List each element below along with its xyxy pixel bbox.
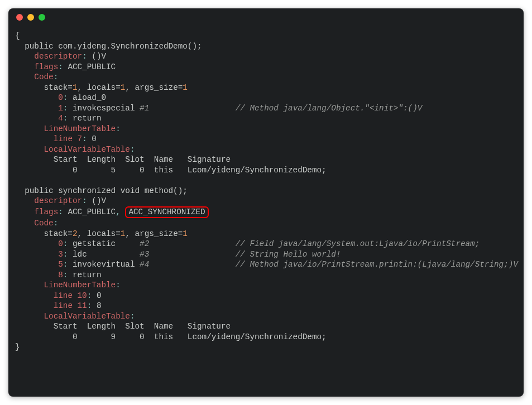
descriptor-key: descriptor (34, 196, 82, 205)
m1-flags-value: ACC_PUBLIC (63, 62, 116, 71)
const-ref: #1 (140, 104, 149, 113)
instr-offset: 0 (58, 239, 63, 248)
maximize-icon[interactable] (39, 14, 45, 21)
instr-text: invokevirtual (68, 260, 140, 269)
instr-text: return (68, 114, 101, 123)
code-key: Code (34, 219, 53, 228)
close-icon[interactable] (16, 14, 23, 21)
const-ref: #3 (140, 250, 149, 259)
line-entry: line 10 (54, 291, 87, 300)
line-entry: line 7 (54, 134, 82, 143)
m2-stack-prefix: stack= (15, 229, 73, 238)
lvt-key: LocalVariableTable (44, 312, 130, 321)
instr-text: getstatic (68, 239, 140, 248)
instr-comment: // Field java/lang/System.out:Ljava/io/P… (236, 239, 480, 248)
instr-offset: 4 (58, 114, 63, 123)
lvt-header: Start Length Slot Name Signature (15, 155, 231, 164)
method2-signature: public synchronized void method(); (15, 186, 188, 195)
code-window: { public com.yideng.SynchronizedDemo(); … (8, 8, 524, 397)
m1-stack-prefix: stack= (15, 83, 73, 92)
flags-key: flags (34, 62, 58, 71)
instr-text: ldc (68, 250, 140, 259)
lvt-header: Start Length Slot Name Signature (15, 322, 231, 331)
close-brace: } (15, 343, 20, 351)
instr-comment: // String Hello world! (236, 250, 341, 259)
lvt-row: 0 9 0 this Lcom/yideng/SynchronizedDemo; (15, 332, 327, 341)
titlebar (8, 8, 524, 26)
const-ref: #2 (140, 239, 149, 248)
open-brace: { (15, 31, 20, 40)
lvt-row: 0 5 0 this Lcom/yideng/SynchronizedDemo; (15, 166, 327, 175)
instr-offset: 0 (58, 93, 63, 102)
instr-offset: 1 (58, 104, 63, 113)
code-key: Code (34, 73, 53, 81)
lnt-key: LineNumberTable (44, 281, 116, 290)
instr-offset: 3 (58, 250, 63, 259)
m2-flags-value1: ACC_PUBLIC (63, 208, 116, 216)
code-content: { public com.yideng.SynchronizedDemo(); … (8, 26, 524, 364)
const-ref: #4 (140, 260, 149, 269)
instr-text: return (68, 271, 101, 279)
instr-offset: 5 (58, 260, 63, 269)
flags-key: flags (34, 208, 58, 216)
method1-signature: public com.yideng.SynchronizedDemo(); (15, 42, 202, 51)
instr-text: invokespecial (68, 104, 140, 113)
instr-comment: // Method java/lang/Object."<init>":()V (236, 104, 423, 113)
minimize-icon[interactable] (27, 14, 34, 21)
m2-descriptor-value: ()V (87, 196, 106, 205)
highlighted-flag: ACC_SYNCHRONIZED (125, 206, 208, 219)
instr-text: aload_0 (68, 93, 106, 102)
m1-descriptor-value: ()V (87, 52, 106, 61)
instr-comment: // Method java/io/PrintStream.println:(L… (236, 260, 518, 269)
descriptor-key: descriptor (34, 52, 82, 61)
instr-offset: 8 (58, 271, 63, 279)
lvt-key: LocalVariableTable (44, 145, 130, 154)
lnt-key: LineNumberTable (44, 124, 116, 133)
line-entry: line 11 (54, 301, 87, 310)
